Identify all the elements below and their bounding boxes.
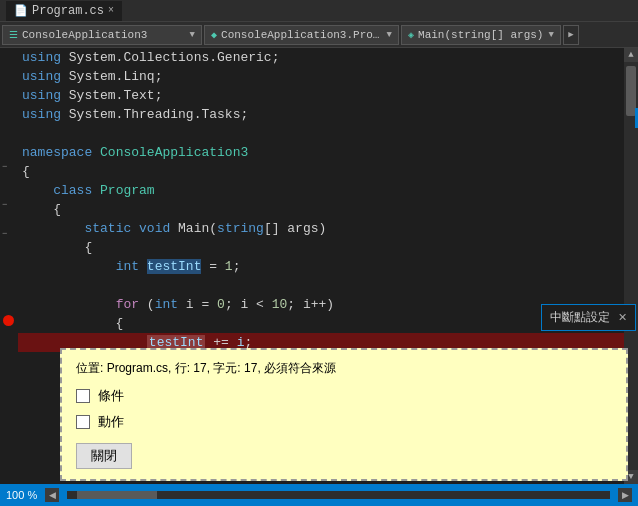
scroll-h-thumb <box>77 491 157 499</box>
kw-using-2: using <box>22 69 61 84</box>
plain-for-open: ( <box>139 297 155 312</box>
kw-string: string <box>217 221 264 236</box>
kw-using-1: using <box>22 50 61 65</box>
app-window: 📄 Program.cs × ☰ ConsoleApplication3 ▼ ◆… <box>0 0 638 506</box>
breakpoint-dot[interactable] <box>3 315 14 326</box>
kw-namespace: namespace <box>22 145 92 160</box>
plain-args: [] args) <box>264 221 326 236</box>
bp-tooltip-label: 中斷點設定 <box>550 309 610 326</box>
bp-condition-label: 條件 <box>98 387 124 405</box>
bp-condition-row: 條件 <box>76 387 612 405</box>
code-line-15: { <box>18 314 624 333</box>
code-line-8: class Program <box>18 181 624 200</box>
plain-indent-int <box>22 259 116 274</box>
plain-brace3: { <box>22 240 92 255</box>
plain-indent-for <box>22 297 116 312</box>
class-arrow: ▼ <box>387 30 392 40</box>
code-line-12: int testInt = 1 ; <box>18 257 624 276</box>
num-0: 0 <box>217 297 225 312</box>
cls-consoleapp: ConsoleApplication3 <box>100 145 248 160</box>
collapse-namespace[interactable]: − <box>2 162 7 172</box>
method-label: Main(string[] args) <box>418 29 545 41</box>
bp-tooltip-close-btn[interactable]: ✕ <box>618 311 627 324</box>
num-1: 1 <box>225 259 233 274</box>
var-testint-decl: testInt <box>147 259 202 274</box>
editor-area: − − − using System.Collections.Generic; … <box>0 48 638 484</box>
collapse-class[interactable]: − <box>2 200 7 210</box>
bp-action-checkbox[interactable] <box>76 415 90 429</box>
plain-ns <box>92 145 100 160</box>
scroll-up-btn[interactable]: ▲ <box>624 48 638 62</box>
namespace-label: ConsoleApplication3 <box>22 29 186 41</box>
num-10: 10 <box>272 297 288 312</box>
bp-tooltip: 中斷點設定 ✕ <box>541 304 636 331</box>
plain-3: System.Text; <box>61 88 162 103</box>
kw-int-for: int <box>155 297 178 312</box>
bottom-bar: 100 % ◀ ▶ <box>0 484 638 506</box>
scroll-h-track[interactable] <box>67 491 610 499</box>
method-icon: ◈ <box>408 29 414 41</box>
plain-main: Main( <box>170 221 217 236</box>
zoom-level: 100 % <box>6 489 37 501</box>
code-line-9: { <box>18 200 624 219</box>
bp-close-row: 關閉 <box>76 439 612 469</box>
kw-using-4: using <box>22 107 61 122</box>
plain-1: System.Collections.Generic; <box>61 50 279 65</box>
plain-indent-main <box>22 221 84 236</box>
title-bar: 📄 Program.cs × <box>0 0 638 22</box>
bp-panel-title: 位置: Program.cs, 行: 17, 字元: 17, 必須符合來源 <box>76 360 612 377</box>
class-dropdown[interactable]: ◆ ConsoleApplication3.Program ▼ <box>204 25 399 45</box>
bp-close-btn[interactable]: 關閉 <box>76 443 132 469</box>
code-line-11: { <box>18 238 624 257</box>
code-line-13 <box>18 276 624 295</box>
plain-for-inc: ; i++) <box>287 297 334 312</box>
code-line-10: static void Main( string [] args) <box>18 219 624 238</box>
plain-for-i: i = <box>178 297 217 312</box>
plain-brace-for: { <box>22 316 123 331</box>
plain-for-cond: ; i < <box>225 297 272 312</box>
kw-for: for <box>116 297 139 312</box>
bp-panel: 位置: Program.cs, 行: 17, 字元: 17, 必須符合來源 條件… <box>60 348 628 481</box>
file-tab-icon: 📄 <box>14 4 28 17</box>
class-label: ConsoleApplication3.Program <box>221 29 383 41</box>
file-tab-label: Program.cs <box>32 4 104 18</box>
cls-program: Program <box>100 183 155 198</box>
plain-space-int <box>139 259 147 274</box>
namespace-dropdown[interactable]: ☰ ConsoleApplication3 ▼ <box>2 25 202 45</box>
kw-int: int <box>116 259 139 274</box>
namespace-icon: ☰ <box>9 29 18 41</box>
code-line-1: using System.Collections.Generic; <box>18 48 624 67</box>
code-line-14: for ( int i = 0 ; i < 10 ; i++) <box>18 295 624 314</box>
code-line-6: namespace ConsoleApplication3 <box>18 143 624 162</box>
plain-4: System.Threading.Tasks; <box>61 107 248 122</box>
method-arrow: ▼ <box>549 30 554 40</box>
code-line-5 <box>18 124 624 143</box>
collapse-method[interactable]: − <box>2 229 7 239</box>
scroll-h-right-btn[interactable]: ▶ <box>618 488 632 502</box>
file-tab[interactable]: 📄 Program.cs × <box>6 1 122 21</box>
bp-action-label: 動作 <box>98 413 124 431</box>
scroll-h-left-btn[interactable]: ◀ <box>45 488 59 502</box>
nav-bar: ☰ ConsoleApplication3 ▼ ◆ ConsoleApplica… <box>0 22 638 48</box>
code-line-2: using System.Linq; <box>18 67 624 86</box>
plain-assign: = <box>201 259 224 274</box>
nav-scroll-right[interactable]: ▶ <box>563 25 579 45</box>
kw-using-3: using <box>22 88 61 103</box>
code-line-4: using System.Threading.Tasks; <box>18 105 624 124</box>
tab-close-btn[interactable]: × <box>108 5 114 16</box>
namespace-arrow: ▼ <box>190 30 195 40</box>
plain-brace2: { <box>22 202 61 217</box>
code-line-3: using System.Text; <box>18 86 624 105</box>
plain-space-class <box>92 183 100 198</box>
bp-action-row: 動作 <box>76 413 612 431</box>
code-line-7: { <box>18 162 624 181</box>
plain-semi1: ; <box>233 259 241 274</box>
kw-static: static <box>84 221 131 236</box>
class-icon: ◆ <box>211 29 217 41</box>
plain-brace1: { <box>22 164 30 179</box>
bp-condition-checkbox[interactable] <box>76 389 90 403</box>
plain-indent-class <box>22 183 53 198</box>
plain-2: System.Linq; <box>61 69 162 84</box>
method-dropdown[interactable]: ◈ Main(string[] args) ▼ <box>401 25 561 45</box>
kw-void: void <box>139 221 170 236</box>
